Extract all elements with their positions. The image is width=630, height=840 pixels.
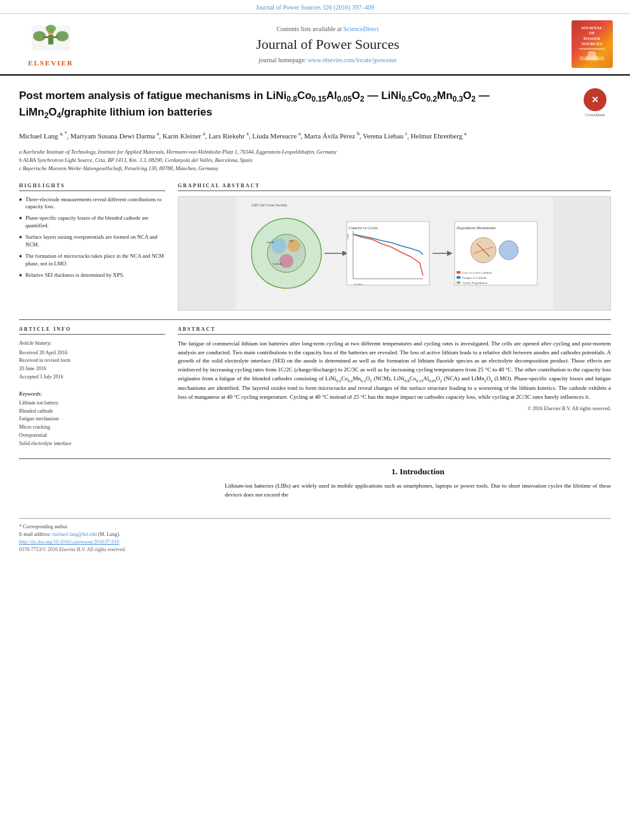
highlight-item-2: Phase-specific capacity losses of the bl… xyxy=(19,215,165,230)
introduction-heading: 1. Introduction xyxy=(225,467,611,477)
article-title: Post mortem analysis of fatigue mechanis… xyxy=(19,88,573,121)
svg-point-33 xyxy=(499,241,518,260)
svg-rect-38 xyxy=(457,281,460,284)
intro-title: Introduction xyxy=(399,467,445,476)
copyright-text: © 2016 Elsevier B.V. All rights reserved… xyxy=(178,406,611,411)
issn-line: 0378-7753/© 2016 Elsevier B.V. All right… xyxy=(19,547,611,552)
corresponding-label: * Corresponding author. xyxy=(19,524,69,530)
doi-line: http://dx.doi.org/10.1016/j.jpowsour.201… xyxy=(19,539,611,545)
journal-logo-box: JOURNALOFPOWERSOURCES xyxy=(572,20,613,68)
highlights-graphical-section: HIGHLIGHTS Three-electrode measurements … xyxy=(19,183,611,310)
email-label: E-mail address: xyxy=(19,531,51,537)
highlight-item-1: Three-electrode measurements reveal diff… xyxy=(19,196,165,211)
elsevier-brand-label: ELSEVIER xyxy=(28,59,74,67)
journal-logo-right: JOURNALOFPOWERSOURCES xyxy=(566,20,617,68)
affiliation-c: c Bayerische Motoren Werke Aktiengesells… xyxy=(19,164,611,173)
introduction-text: Lithium-ion batteries (LIBs) are widely … xyxy=(225,482,611,500)
svg-text:SEI: SEI xyxy=(289,239,294,243)
highlights-column: HIGHLIGHTS Three-electrode measurements … xyxy=(19,183,165,310)
logo-divider xyxy=(579,48,605,50)
article-history: Article history: Received 20 April 2016 … xyxy=(19,340,165,382)
abstract-column: ABSTRACT The fatigue of commercial lithi… xyxy=(178,326,611,448)
homepage-line: journal homepage: www.elsevier.com/locat… xyxy=(89,57,566,63)
svg-text:LIB Cell Cross Section: LIB Cell Cross Section xyxy=(251,203,287,207)
abstract-text: The fatigue of commercial lithium ion ba… xyxy=(178,340,611,402)
intro-col-left xyxy=(19,467,212,500)
highlight-item-4: The formation of microcracks takes place… xyxy=(19,253,165,268)
highlights-list: Three-electrode measurements reveal diff… xyxy=(19,196,165,279)
keyword-2: Blended cathode xyxy=(19,408,165,416)
svg-point-6 xyxy=(56,31,69,41)
svg-text:Cathode: Cathode xyxy=(272,262,283,265)
highlight-item-5: Relative SEI thickness is determined by … xyxy=(19,272,165,279)
svg-text:Capacity vs Cycles: Capacity vs Cycles xyxy=(349,226,379,230)
svg-text:Anode: Anode xyxy=(266,241,275,244)
svg-rect-34 xyxy=(457,271,460,274)
logo-graphic xyxy=(579,51,605,63)
graphical-abstract-svg: Anode SEI Cathode LIB Cell Cross Section xyxy=(178,196,610,310)
keyword-3: Fatigue mechanism xyxy=(19,415,165,423)
science-direct-link[interactable]: ScienceDirect xyxy=(343,25,379,32)
affiliations: a Karlsruhe Institute of Technology, Ins… xyxy=(19,148,611,172)
crossmark-badge[interactable]: ✕ CrossMark xyxy=(579,88,611,117)
homepage-label: journal homepage: xyxy=(258,57,306,63)
svg-text:Anode Degradation: Anode Degradation xyxy=(462,281,488,284)
section-divider xyxy=(19,319,611,320)
keyword-5: Overpotential xyxy=(19,432,165,440)
intro-content: 1. Introduction Lithium-ion batteries (L… xyxy=(225,467,611,500)
logo-text: JOURNALOFPOWERSOURCES xyxy=(581,25,603,47)
svg-text:Loss of Active Lithium: Loss of Active Lithium xyxy=(462,271,492,274)
svg-rect-2 xyxy=(48,35,53,44)
accepted-date: Accepted 3 July 2016 xyxy=(19,373,165,382)
affiliation-a: a Karlsruhe Institute of Technology, Ins… xyxy=(19,148,611,156)
svg-rect-36 xyxy=(457,276,460,279)
elsevier-tree-icon xyxy=(25,22,76,57)
crossmark-icon: ✕ xyxy=(584,88,607,111)
received-date: Received 20 April 2016 xyxy=(19,349,165,357)
graphical-abstract-label: GRAPHICAL ABSTRACT xyxy=(178,183,611,191)
keywords-title: Keywords: xyxy=(19,390,165,397)
introduction-section: 1. Introduction Lithium-ion batteries (L… xyxy=(19,458,611,500)
svg-point-15 xyxy=(279,254,293,268)
svg-text:Fatigue of Cathode: Fatigue of Cathode xyxy=(462,276,487,279)
article-info-column: ARTICLE INFO Article history: Received 2… xyxy=(19,326,165,448)
svg-rect-21 xyxy=(347,222,429,285)
svg-rect-28 xyxy=(455,222,537,285)
svg-text:Degradation Mechanisms: Degradation Mechanisms xyxy=(457,226,496,230)
journal-reference-bar: Journal of Power Sources 326 (2016) 397–… xyxy=(0,0,630,14)
email-line: E-mail address: michael.lang@kit.edu (M.… xyxy=(19,531,611,537)
email-link[interactable]: michael.lang@kit.edu xyxy=(52,531,97,537)
crossmark-label: CrossMark xyxy=(585,112,605,117)
svg-text:Cycles: Cycles xyxy=(354,283,363,286)
highlight-item-3: Surface layers raising overpotentials ar… xyxy=(19,234,165,249)
keyword-4: Micro cracking xyxy=(19,423,165,432)
svg-text:Cap.: Cap. xyxy=(346,233,349,239)
keyword-1: Lithium ion battery xyxy=(19,399,165,408)
abstract-label: ABSTRACT xyxy=(178,326,611,335)
graphical-abstract-column: GRAPHICAL ABSTRACT xyxy=(178,183,611,310)
svg-point-5 xyxy=(33,31,46,41)
keywords-list: Lithium ion battery Blended cathode Fati… xyxy=(19,399,165,448)
science-direct-line: Contents lists available at ScienceDirec… xyxy=(89,25,566,32)
journal-info-center: Contents lists available at ScienceDirec… xyxy=(89,25,566,63)
graphical-abstract-image: Anode SEI Cathode LIB Cell Cross Section xyxy=(178,196,611,310)
article-info-label: ARTICLE INFO xyxy=(19,326,165,335)
paper-content: Post mortem analysis of fatigue mechanis… xyxy=(0,76,630,565)
homepage-url-link[interactable]: www.elsevier.com/locate/jpowsour xyxy=(307,57,396,63)
journal-reference-text: Journal of Power Sources 326 (2016) 397–… xyxy=(256,4,375,11)
doi-link[interactable]: http://dx.doi.org/10.1016/j.jpowsour.201… xyxy=(19,539,119,545)
svg-marker-9 xyxy=(586,51,598,60)
keyword-6: Solid electrolyte interface xyxy=(19,440,165,448)
highlights-label: HIGHLIGHTS xyxy=(19,183,165,191)
elsevier-logo: ELSEVIER xyxy=(13,22,89,67)
journal-header: ELSEVIER Contents lists available at Sci… xyxy=(0,14,630,76)
introduction-two-col: 1. Introduction Lithium-ion batteries (L… xyxy=(19,467,611,500)
journal-title-header: Journal of Power Sources xyxy=(89,36,566,53)
intro-number: 1. xyxy=(391,467,398,476)
email-suffix: (M. Lang). xyxy=(98,531,120,537)
affiliation-b: b ALBA Synchrotron Light Source, Crta, B… xyxy=(19,156,611,164)
history-title: Article history: xyxy=(19,340,165,346)
svg-point-7 xyxy=(46,25,56,32)
corresponding-author-note: * Corresponding author. xyxy=(19,524,611,530)
article-title-section: Post mortem analysis of fatigue mechanis… xyxy=(19,88,611,121)
